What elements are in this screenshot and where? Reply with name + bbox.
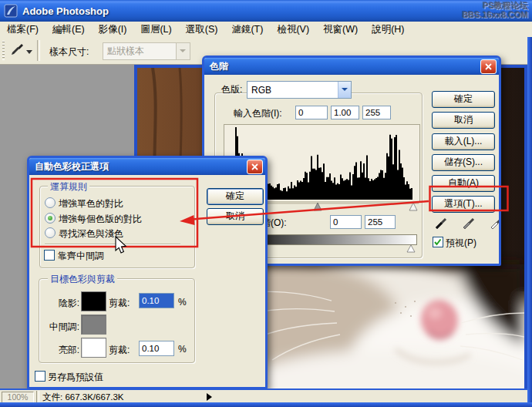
shadow-clip-percent: % [178, 297, 187, 308]
levels-close-button[interactable] [480, 59, 497, 74]
gray-point-eyedropper-icon[interactable] [463, 219, 473, 229]
shadow-color-swatch[interactable] [81, 291, 106, 311]
zoom-level-field[interactable]: 100% [2, 392, 34, 403]
black-point-eyedropper-icon[interactable] [436, 219, 446, 229]
group-separator [45, 244, 180, 245]
menu-help[interactable]: 說明(H) [365, 22, 411, 38]
sample-size-value: 點狀樣本 [103, 45, 176, 58]
white-output-slider[interactable] [407, 245, 415, 252]
input-gamma-field[interactable] [331, 106, 359, 119]
app-title: Adobe Photoshop [22, 5, 109, 17]
menu-filter[interactable]: 濾鏡(T) [224, 22, 270, 38]
input-white-field[interactable] [362, 106, 391, 119]
white-input-slider[interactable] [409, 203, 417, 210]
radio-selected-dot [48, 216, 52, 220]
snap-neutral-midtones-label: 靠齊中間調 [58, 250, 104, 263]
shadow-clip-label: 剪裁: [109, 297, 130, 310]
input-levels-label: 輸入色階(I): [234, 107, 282, 120]
menu-select[interactable]: 選取(S) [179, 22, 225, 38]
white-point-eyedropper-icon[interactable] [491, 219, 499, 229]
levels-ok-button[interactable]: 確定 [432, 91, 495, 108]
photoshop-window: Adobe Photoshop PS教程论坛 BBS.16xx8.COM 檔案(… [0, 0, 532, 407]
options-separator [37, 40, 40, 61]
radio-find-dark-light-label: 尋找深色與淺色 [59, 227, 123, 240]
checkmark-icon [433, 237, 443, 247]
levels-save-button[interactable]: 儲存(S)... [432, 154, 495, 171]
document-size-info: 文件: 667.3K/667.3K [42, 392, 123, 403]
close-icon [484, 62, 493, 71]
shadow-clip-field[interactable] [139, 293, 174, 308]
levels-dialog-titlebar[interactable]: 色階 [204, 58, 499, 75]
eyedropper-tool-icon[interactable] [10, 42, 24, 56]
preview-checkbox[interactable] [433, 237, 443, 247]
status-bar: 100% 文件: 667.3K/667.3K [0, 388, 532, 404]
menu-file[interactable]: 檔案(F) [0, 22, 45, 38]
highlight-clip-label: 剪裁: [109, 344, 130, 357]
menu-window[interactable]: 視窗(W) [316, 22, 365, 38]
sample-size-dropdown-arrow-icon[interactable] [176, 43, 190, 59]
levels-cancel-button[interactable]: 取消 [432, 112, 495, 129]
eyedroppers [433, 217, 499, 232]
radio-enhance-per-channel[interactable] [45, 213, 56, 224]
shadows-label: 陰影: [37, 297, 79, 310]
save-as-defaults-label: 另存爲預設值 [48, 371, 103, 384]
radio-enhance-per-channel-label: 增強每個色版的對比 [59, 213, 142, 226]
radio-enhance-monochromatic-label: 增強單色的對比 [59, 197, 123, 210]
highlight-color-swatch[interactable] [81, 338, 106, 358]
auto-color-cancel-button[interactable]: 取消 [207, 208, 264, 225]
output-black-field[interactable] [330, 215, 362, 229]
watermark: PS教程论坛 BBS.16xx8.COM [462, 1, 528, 19]
channel-dropdown-arrow-icon[interactable] [338, 82, 351, 98]
auto-color-dialog-titlebar[interactable]: 自動色彩校正選項 [29, 158, 265, 175]
menu-view[interactable]: 檢視(V) [270, 22, 316, 38]
status-popup-arrow-icon[interactable] [207, 393, 212, 401]
midtones-label: 中間調: [37, 321, 79, 334]
radio-find-dark-light[interactable] [45, 227, 56, 238]
auto-color-dialog-title: 自動色彩校正選項 [35, 160, 109, 173]
channel-value: RGB [247, 85, 338, 96]
close-icon [251, 163, 259, 171]
status-separator [36, 391, 39, 402]
photoshop-app-icon [4, 4, 18, 18]
algorithms-group-label: 運算規則 [48, 180, 89, 193]
tool-preset-caret-icon[interactable] [26, 50, 32, 54]
menu-edit[interactable]: 編輯(E) [45, 22, 92, 38]
input-black-field[interactable] [295, 106, 328, 119]
auto-color-dialog: 自動色彩校正選項 運算規則 增強單色的對比 增強每個色版的對比 尋找深色與淺色 … [27, 156, 268, 389]
output-white-field[interactable] [365, 215, 396, 229]
window-frame-bottom [0, 402, 532, 407]
levels-options-button[interactable]: 選項(T)... [432, 196, 495, 213]
save-as-defaults-checkbox[interactable] [35, 371, 45, 382]
channel-dropdown[interactable]: RGB [247, 81, 352, 99]
radio-enhance-monochromatic[interactable] [45, 197, 56, 208]
options-bar-grip[interactable] [2, 41, 5, 60]
highlight-clip-percent: % [178, 344, 187, 355]
auto-color-close-button[interactable] [247, 160, 263, 174]
snap-neutral-midtones-checkbox[interactable] [44, 250, 55, 261]
app-titlebar: Adobe Photoshop PS教程论坛 BBS.16xx8.COM [0, 0, 532, 22]
gray-input-slider[interactable] [314, 203, 322, 210]
levels-load-button[interactable]: 載入(L)... [432, 133, 495, 150]
preview-label: 預視(P) [446, 237, 476, 250]
highlights-label: 亮部: [37, 344, 79, 357]
window-frame-right [527, 37, 532, 407]
menubar: 檔案(F) 編輯(E) 影像(I) 圖層(L) 選取(S) 濾鏡(T) 檢視(V… [0, 22, 532, 38]
highlight-clip-field[interactable] [139, 341, 174, 356]
target-colors-group-label: 目標色彩與剪裁 [48, 273, 117, 286]
midtone-color-swatch[interactable] [81, 314, 106, 335]
menu-image[interactable]: 影像(I) [92, 22, 134, 38]
channel-label: 色版: [221, 83, 242, 96]
levels-auto-button[interactable]: 自動(A) [432, 175, 495, 192]
sample-size-dropdown[interactable]: 點狀樣本 [103, 42, 190, 60]
sample-size-label: 樣本尺寸: [49, 45, 89, 59]
menu-layer[interactable]: 圖層(L) [133, 22, 178, 38]
auto-color-ok-button[interactable]: 確定 [207, 188, 264, 205]
levels-dialog-title: 色階 [210, 60, 228, 73]
